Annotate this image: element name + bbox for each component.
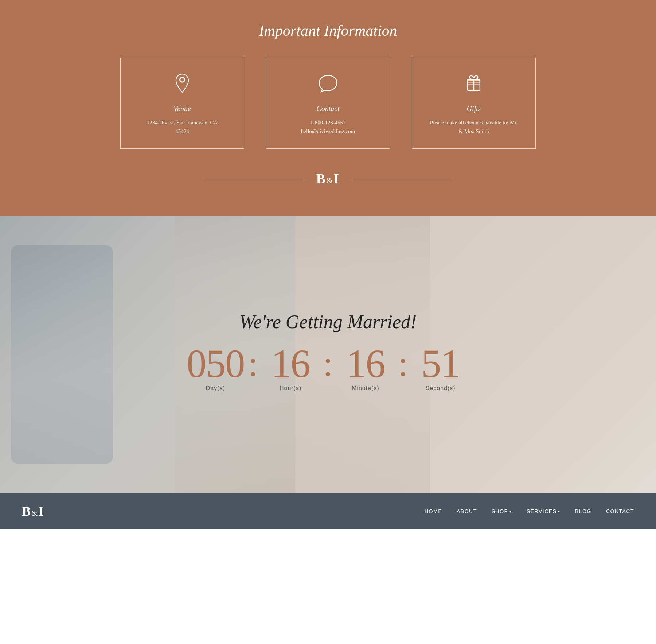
contact-card: Contact 1-800-123-4567 hello@diviwedding…: [266, 58, 390, 149]
seconds-number: 51: [421, 344, 460, 384]
services-chevron-icon: ▾: [558, 509, 561, 513]
bg-bike: [11, 245, 113, 464]
separator-3: :: [398, 346, 408, 382]
svg-point-1: [473, 77, 475, 78]
cards-row: Venue 1234 Divi st, San Francisco, CA 45…: [15, 58, 641, 149]
shop-chevron-icon: ▾: [509, 509, 512, 513]
footer-logo-amp: &: [31, 508, 38, 517]
footer-nav: HOME ABOUT SHOP ▾ SERVICES ▾ BLOG CONTAC…: [425, 508, 634, 514]
nav-about[interactable]: ABOUT: [457, 508, 477, 514]
info-section: Important Information Venue 1234 Divi st…: [0, 0, 656, 216]
gifts-text: Please make all cheques payable to: Mr. …: [430, 118, 518, 136]
gift-icon: [463, 73, 485, 97]
venue-card: Venue 1234 Divi st, San Francisco, CA 45…: [120, 58, 244, 149]
days-label: Day(s): [206, 385, 225, 392]
contact-text: 1-800-123-4567 hello@diviwedding.com: [301, 118, 355, 136]
contact-label: Contact: [316, 105, 339, 113]
getting-married-heading: We're Getting Married!: [184, 311, 471, 333]
countdown-numbers: 050 Day(s) : 16 Hour(s) : 16 Minute(s) :…: [184, 344, 471, 392]
seconds-label: Second(s): [426, 385, 456, 392]
monogram-row: B&I: [15, 171, 641, 187]
nav-contact[interactable]: CONTACT: [606, 508, 634, 514]
separator-1: :: [248, 346, 258, 382]
minutes-number: 16: [346, 344, 385, 384]
right-divider: [351, 179, 453, 179]
separator-2: :: [323, 346, 333, 382]
hours-label: Hour(s): [280, 385, 301, 392]
nav-home[interactable]: HOME: [425, 508, 442, 514]
minutes-block: 16 Minute(s): [335, 344, 397, 392]
days-block: 050 Day(s): [184, 344, 246, 392]
location-icon: [171, 73, 193, 97]
venue-text: 1234 Divi st, San Francisco, CA 45424: [147, 118, 218, 136]
monogram: B&I: [316, 171, 340, 187]
hours-number: 16: [271, 344, 310, 384]
hours-block: 16 Hour(s): [259, 344, 321, 392]
minutes-label: Minute(s): [352, 385, 379, 392]
countdown-content: We're Getting Married! 050 Day(s) : 16 H…: [184, 311, 471, 398]
chat-icon: [317, 73, 339, 97]
countdown-section: We're Getting Married! 050 Day(s) : 16 H…: [0, 216, 656, 493]
days-number: 050: [187, 344, 245, 384]
footer: B&I HOME ABOUT SHOP ▾ SERVICES ▾ BLOG CO…: [0, 493, 656, 529]
gifts-card: Gifts Please make all cheques payable to…: [412, 58, 536, 149]
nav-blog[interactable]: BLOG: [575, 508, 591, 514]
footer-logo: B&I: [22, 504, 44, 519]
gifts-label: Gifts: [467, 105, 481, 113]
nav-services[interactable]: SERVICES ▾: [527, 508, 561, 514]
svg-point-0: [180, 78, 184, 82]
seconds-block: 51 Second(s): [410, 344, 472, 392]
info-title: Important Information: [15, 22, 641, 39]
nav-shop[interactable]: SHOP ▾: [492, 508, 512, 514]
left-divider: [203, 179, 305, 179]
venue-label: Venue: [173, 105, 191, 113]
